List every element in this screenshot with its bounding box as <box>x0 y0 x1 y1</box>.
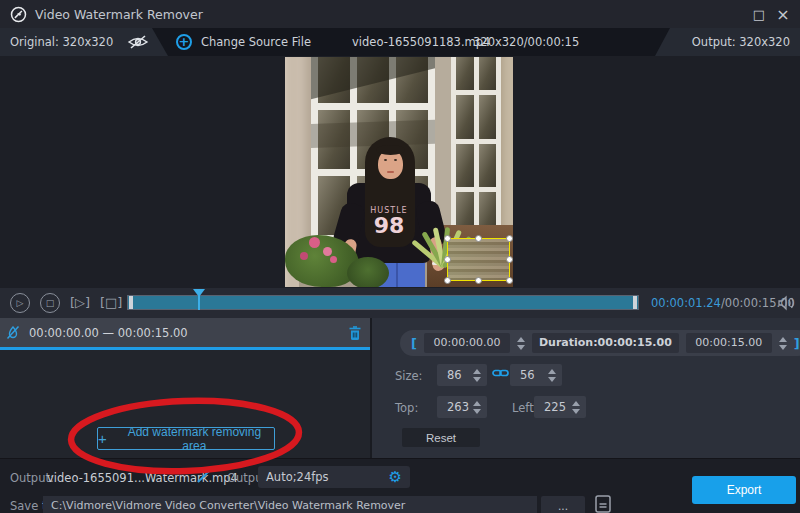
stop-button[interactable]: □ <box>40 293 60 313</box>
left-value: 225 <box>544 400 572 414</box>
segment-range: 00:00:00.00 — 00:00:15.00 <box>29 326 188 340</box>
width-spinner[interactable] <box>473 369 481 382</box>
gear-icon[interactable]: ⚙ <box>389 470 402 485</box>
segment-panel: 00:00:00.00 — 00:00:15.00 + Add watermar… <box>0 318 370 458</box>
pink-flower <box>330 256 337 263</box>
change-source-label: Change Source File <box>201 35 311 49</box>
area-settings-panel: [ 00:00:00.00 Duration:00:00:15.00 00:00… <box>370 318 800 458</box>
top-label: Top: <box>395 401 418 415</box>
close-button[interactable]: × <box>770 0 796 28</box>
pink-flower <box>309 237 320 248</box>
watermark-brush-icon <box>5 324 21 341</box>
export-button[interactable]: Export <box>692 476 796 504</box>
window-pane <box>456 57 474 90</box>
width-field[interactable]: 86 <box>437 364 487 386</box>
top-field[interactable]: 263 <box>437 396 487 418</box>
format-value: Auto;24fps <box>266 470 389 484</box>
height-field[interactable]: 56 <box>510 364 562 386</box>
building-window-right <box>451 57 501 241</box>
eye-off-icon[interactable] <box>127 34 149 50</box>
top-value: 263 <box>447 400 473 414</box>
app-window: Video Watermark Remover □ × Original: 32… <box>0 0 800 513</box>
reset-button[interactable]: Reset <box>402 428 480 447</box>
step-forward-button[interactable]: [▷] <box>70 293 90 313</box>
segment-active-underline <box>0 347 370 350</box>
watermark-selection-box[interactable] <box>447 238 510 281</box>
tab-original[interactable]: Original: 320x320 <box>0 28 200 56</box>
info-bar: Original: 320x320 + Change Source File v… <box>0 28 800 56</box>
source-filename: video-1655091183.mp4 <box>352 35 490 49</box>
bracket-open: [ <box>411 336 417 351</box>
playhead-line <box>198 295 200 310</box>
height-spinner[interactable] <box>548 369 556 382</box>
output-size-label: Output: 320x320 <box>692 35 790 49</box>
left-field[interactable]: 225 <box>534 396 586 418</box>
window-pane <box>479 57 497 90</box>
timeline-track[interactable] <box>127 295 639 310</box>
selection-handle-ne[interactable] <box>506 235 513 242</box>
end-time-field[interactable]: 00:00:15.00 <box>686 333 772 353</box>
selection-handle-e[interactable] <box>506 256 513 263</box>
trim-handle-right[interactable] <box>633 296 637 309</box>
pink-flower <box>323 247 332 256</box>
add-area-label: Add watermark removing area <box>115 425 274 453</box>
width-value: 86 <box>447 368 473 382</box>
end-time-spinner[interactable] <box>779 337 787 350</box>
add-watermark-area-button[interactable]: + Add watermark removing area <box>97 427 275 450</box>
source-meta: 320x320/00:00:15 <box>473 35 579 49</box>
play-button[interactable]: ▷ <box>10 293 30 313</box>
current-time: 00:00:01.24 <box>651 296 721 310</box>
change-source-button[interactable]: + Change Source File <box>176 28 311 56</box>
tab-output[interactable]: Output: 320x320 <box>648 28 800 56</box>
window-pane <box>456 144 474 188</box>
preview-stage: HUSTLE 98 <box>0 56 800 288</box>
person-eye <box>394 159 397 161</box>
height-value: 56 <box>520 368 548 382</box>
window-title: Video Watermark Remover <box>35 7 203 22</box>
shirt-number: 98 <box>347 213 431 238</box>
selection-handle-n[interactable] <box>475 235 482 242</box>
time-display: 00:00:01.24/00:00:15.00 <box>651 296 795 310</box>
window-pane <box>479 95 497 139</box>
segment-row[interactable]: 00:00:00.00 — 00:00:15.00 <box>0 318 370 347</box>
transport-bar: ▷ □ [▷] [□] 00:00:01.24/00:00:15.00 <box>0 288 800 318</box>
selection-handle-s[interactable] <box>475 277 482 284</box>
bracket-close: ] <box>794 336 800 351</box>
volume-icon[interactable] <box>777 295 795 311</box>
selection-handle-sw[interactable] <box>444 277 451 284</box>
title-bar: Video Watermark Remover □ × <box>0 0 800 28</box>
left-spinner[interactable] <box>572 401 580 414</box>
start-time-spinner[interactable] <box>517 337 525 350</box>
bottom-bar: Output: video-1655091...Watermark.mp4 Ou… <box>0 458 800 513</box>
top-spinner[interactable] <box>473 401 481 414</box>
selection-handle-nw[interactable] <box>444 235 451 242</box>
app-logo-icon <box>10 6 27 23</box>
duration-label: Duration:00:00:15.00 <box>532 333 679 353</box>
workspace: 00:00:00.00 — 00:00:15.00 + Add watermar… <box>0 318 800 458</box>
window-pane <box>456 95 474 139</box>
maximize-button[interactable]: □ <box>746 0 772 28</box>
size-label: Size: <box>395 369 422 383</box>
plus-icon: + <box>176 34 192 50</box>
plus-icon: + <box>98 431 107 446</box>
start-time-field[interactable]: 00:00:00.00 <box>424 333 510 353</box>
trash-icon[interactable] <box>348 325 362 341</box>
format-field[interactable]: Auto;24fps ⚙ <box>258 466 410 488</box>
edit-pen-icon[interactable] <box>196 469 212 484</box>
time-range-control: [ 00:00:00.00 Duration:00:00:15.00 00:00… <box>400 330 800 356</box>
person-lips <box>387 171 394 173</box>
trim-handle-left[interactable] <box>129 296 133 309</box>
selection-handle-w[interactable] <box>444 256 451 263</box>
person-eye <box>384 159 387 161</box>
open-folder-button[interactable] <box>590 494 616 513</box>
link-icon[interactable] <box>492 367 509 379</box>
save-path-field[interactable]: C:\Vidmore\Vidmore Video Converter\Video… <box>43 496 537 513</box>
hair-fringe <box>376 145 405 155</box>
window-pane <box>479 144 497 188</box>
pink-flower <box>300 252 308 260</box>
browse-more-button[interactable]: ... <box>541 496 585 513</box>
step-stop-button[interactable]: [□] <box>100 293 122 313</box>
selection-handle-se[interactable] <box>506 277 513 284</box>
original-size-label: Original: 320x320 <box>10 35 113 49</box>
video-preview[interactable]: HUSTLE 98 <box>285 57 513 287</box>
